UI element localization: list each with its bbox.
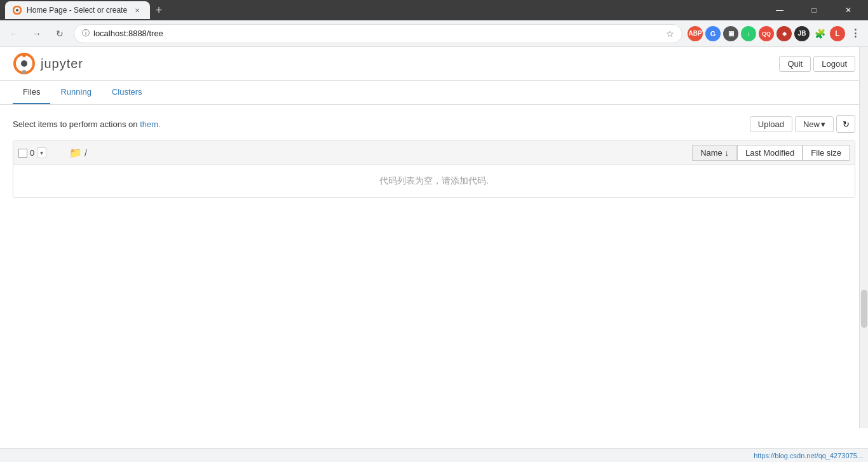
- back-button[interactable]: ←: [5, 25, 23, 43]
- ext-icon3[interactable]: ▣: [723, 26, 738, 41]
- url-box[interactable]: ⓘ localhost:8888/tree ☆: [74, 24, 682, 43]
- status-bar: https://blog.csdn.net/qq_4273075...: [0, 448, 868, 462]
- tab-title: Home Page - Select or create: [27, 6, 127, 15]
- extension-icons: ABP G ▣ ↓ QQ ◈ JB 🧩 L ⋮: [688, 26, 863, 41]
- svg-point-5: [22, 70, 26, 74]
- svg-point-1: [16, 9, 18, 11]
- ext-icon7[interactable]: JB: [794, 26, 810, 41]
- forward-button[interactable]: →: [28, 25, 46, 43]
- count-dropdown[interactable]: ▾: [37, 147, 46, 158]
- jupyter-logo-icon: [13, 52, 36, 75]
- ext-translate[interactable]: G: [705, 26, 721, 41]
- select-info: Select items to perform actions on them.: [13, 119, 161, 129]
- ext-menu[interactable]: ⋮: [848, 26, 863, 41]
- reload-button[interactable]: ↻: [51, 25, 69, 43]
- ext-icon4[interactable]: ↓: [741, 26, 756, 41]
- file-list: 0 ▾ 📁 / Name ↓ Last Modified File size: [13, 140, 855, 198]
- minimize-button[interactable]: —: [765, 0, 794, 20]
- jupyter-logo-text: jupyter: [41, 57, 83, 71]
- bookmark-icon[interactable]: ☆: [666, 29, 674, 39]
- logout-button[interactable]: Logout: [813, 56, 855, 72]
- new-button[interactable]: New ▾: [795, 116, 834, 132]
- new-dropdown-icon: ▾: [821, 119, 825, 129]
- scrollbar-thumb[interactable]: [861, 290, 867, 328]
- checkbox-area: 0 ▾: [18, 147, 69, 158]
- title-bar-left: Home Page - Select or create ✕ +: [5, 1, 168, 19]
- ext-icon5[interactable]: QQ: [759, 26, 774, 41]
- title-bar-controls: — □ ✕: [765, 0, 863, 20]
- toolbar-right: Upload New ▾ ↻: [750, 115, 855, 133]
- breadcrumb-area: 📁 /: [69, 147, 692, 159]
- new-tab-button[interactable]: +: [150, 1, 168, 19]
- file-list-header: 0 ▾ 📁 / Name ↓ Last Modified File size: [13, 141, 855, 165]
- svg-point-3: [21, 60, 27, 67]
- status-url: https://blog.csdn.net/qq_4273075...: [754, 452, 863, 459]
- file-browser-toolbar: Select items to perform actions on them.…: [13, 115, 855, 133]
- svg-point-4: [22, 53, 26, 57]
- select-all-checkbox[interactable]: [18, 149, 27, 158]
- ext-icon6[interactable]: ◈: [776, 26, 792, 41]
- column-headers: Name ↓ Last Modified File size: [692, 145, 850, 161]
- file-list-body: 代码列表为空，请添加代码.: [13, 165, 855, 197]
- select-info-link[interactable]: them.: [140, 119, 161, 129]
- last-modified-column-header[interactable]: Last Modified: [737, 145, 803, 161]
- tab-favicon: [13, 6, 22, 15]
- scrollbar-track[interactable]: [859, 47, 868, 428]
- refresh-button[interactable]: ↻: [836, 115, 855, 133]
- jupyter-logo: jupyter: [13, 52, 83, 75]
- item-count: 0: [30, 148, 34, 158]
- quit-button[interactable]: Quit: [779, 56, 811, 72]
- title-bar: Home Page - Select or create ✕ + — □ ✕: [0, 0, 868, 20]
- empty-message: 代码列表为空，请添加代码.: [379, 175, 489, 186]
- name-column-label: Name: [700, 148, 722, 158]
- ext-puzzle[interactable]: 🧩: [812, 26, 827, 41]
- tab-running[interactable]: Running: [50, 81, 101, 104]
- tab-clusters[interactable]: Clusters: [102, 81, 153, 104]
- file-size-column-header[interactable]: File size: [803, 145, 850, 161]
- breadcrumb-slash: /: [85, 148, 87, 158]
- browser-frame: Home Page - Select or create ✕ + — □ ✕ ←…: [0, 0, 868, 462]
- name-sort-icon: ↓: [724, 148, 729, 158]
- jupyter-header: jupyter Quit Logout: [0, 47, 868, 81]
- maximize-button[interactable]: □: [799, 0, 829, 20]
- upload-button[interactable]: Upload: [750, 116, 792, 132]
- header-buttons: Quit Logout: [779, 56, 855, 72]
- ext-abp[interactable]: ABP: [688, 26, 703, 41]
- url-security-icon: ⓘ: [82, 28, 90, 39]
- close-button[interactable]: ✕: [834, 0, 863, 20]
- folder-icon: 📁: [69, 147, 82, 159]
- tab-bar: Files Running Clusters: [0, 81, 868, 105]
- address-bar: ← → ↻ ⓘ localhost:8888/tree ☆ ABP G ▣ ↓ …: [0, 20, 868, 47]
- browser-tab[interactable]: Home Page - Select or create ✕: [5, 1, 150, 19]
- url-text: localhost:8888/tree: [93, 29, 662, 38]
- new-button-label: New: [803, 119, 820, 129]
- tab-files[interactable]: Files: [13, 81, 50, 104]
- tab-close-button[interactable]: ✕: [132, 5, 142, 15]
- file-browser: Select items to perform actions on them.…: [0, 105, 868, 208]
- ext-profile[interactable]: L: [830, 26, 845, 41]
- jupyter-content: jupyter Quit Logout Files Running Cluste…: [0, 47, 868, 462]
- name-column-header[interactable]: Name ↓: [692, 145, 737, 161]
